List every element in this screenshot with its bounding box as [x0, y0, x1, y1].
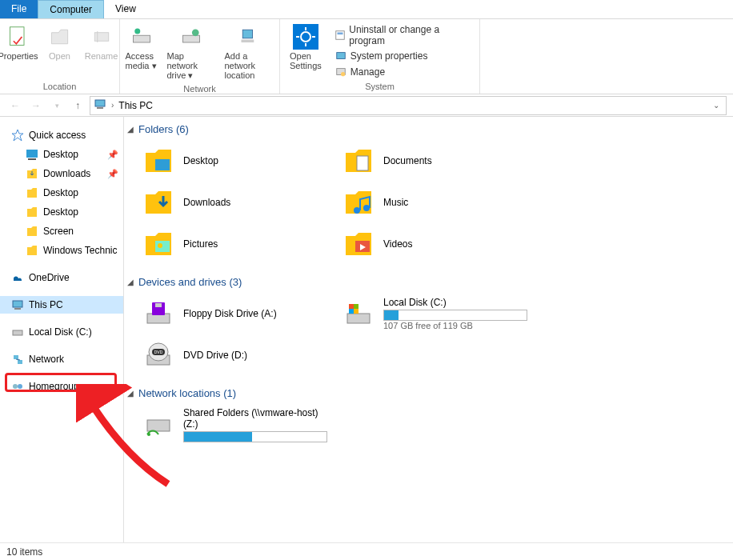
address-bar: ← → ▾ ↑ › This PC ⌄: [0, 94, 733, 117]
breadcrumb-dropdown[interactable]: ⌄: [710, 101, 723, 110]
tile-videos[interactable]: Videos: [338, 223, 539, 265]
open-settings-button[interactable]: Open Settings: [285, 21, 326, 74]
section-network-locations[interactable]: ◢ Network locations (1): [124, 384, 733, 402]
svg-point-32: [18, 384, 22, 389]
tile-label: Music: [383, 197, 408, 208]
sidebar-network[interactable]: Network: [0, 350, 123, 368]
tile-subtext: 107 GB free of 119 GB: [383, 321, 527, 330]
svg-rect-24: [28, 158, 36, 160]
sidebar-local-disk[interactable]: Local Disk (C:): [0, 323, 123, 341]
collapse-icon: ◢: [127, 125, 134, 134]
sidebar-item-desktop-pinned[interactable]: Desktop 📌: [0, 146, 123, 163]
svg-rect-34: [357, 156, 368, 170]
sidebar-item-downloads[interactable]: Downloads 📌: [0, 165, 123, 182]
svg-rect-27: [13, 330, 22, 335]
tile-label: Documents: [383, 155, 432, 166]
up-button[interactable]: ↑: [69, 97, 86, 114]
svg-rect-5: [182, 35, 199, 42]
system-links: Uninstall or change a program System pro…: [326, 21, 475, 82]
tile-label: Desktop: [183, 155, 218, 166]
settings-icon: [293, 24, 318, 50]
properties-button[interactable]: Properties: [0, 21, 39, 64]
ribbon-tabs: File Computer View: [0, 0, 733, 19]
sidebar-quick-access[interactable]: Quick access: [0, 126, 123, 144]
sidebar-item-label: Desktop: [43, 206, 78, 218]
sysprops-link[interactable]: System properties: [331, 48, 470, 64]
svg-point-31: [13, 384, 18, 389]
ribbon-group-network: Access media ▾ Map network drive ▾ Add a…: [120, 19, 280, 94]
sidebar-item-desktop[interactable]: Desktop: [0, 184, 123, 202]
disk-usage-bar: [183, 431, 327, 442]
add-network-button[interactable]: Add a network location: [220, 21, 279, 83]
tab-computer[interactable]: Computer: [38, 0, 104, 18]
ribbon: Properties Open Rename Location: [0, 19, 733, 94]
svg-rect-8: [241, 40, 254, 43]
tile-shared-folders[interactable]: Shared Folders (\\vmware-host) (Z:): [138, 404, 338, 446]
tile-desktop[interactable]: Desktop: [138, 140, 338, 182]
manage-link[interactable]: Manage: [331, 64, 470, 80]
map-drive-button[interactable]: Map network drive ▾: [162, 21, 220, 84]
forward-button[interactable]: →: [27, 97, 45, 114]
open-button: Open: [39, 21, 81, 64]
pc-icon: [11, 298, 24, 311]
svg-rect-16: [338, 33, 343, 35]
svg-rect-55: [147, 420, 170, 431]
svg-point-38: [158, 243, 162, 248]
sidebar-item-desktop-2[interactable]: Desktop: [0, 203, 123, 221]
tile-local-disk[interactable]: Local Disk (C:) 107 GB free of 119 GB: [338, 293, 539, 334]
open-label: Open: [49, 51, 70, 61]
tab-view[interactable]: View: [104, 0, 147, 18]
tile-pictures[interactable]: Pictures: [138, 223, 338, 265]
svg-rect-1: [94, 33, 109, 42]
tile-label: Videos: [383, 238, 412, 250]
tile-documents[interactable]: Documents: [338, 140, 539, 182]
folder-icon: [26, 244, 38, 257]
breadcrumb[interactable]: › This PC ⌄: [90, 96, 727, 115]
sidebar-homegroup[interactable]: Homegroup: [0, 378, 123, 395]
recent-dropdown[interactable]: ▾: [48, 97, 66, 114]
svg-rect-21: [97, 107, 103, 109]
sidebar-onedrive[interactable]: OneDrive: [0, 269, 123, 286]
svg-point-36: [363, 205, 370, 211]
content-pane: ◢ Folders (6) Desktop Documents Download…: [124, 117, 733, 542]
svg-rect-3: [133, 35, 150, 42]
status-bar: 10 items: [0, 542, 733, 560]
sidebar-this-pc[interactable]: This PC: [0, 296, 123, 314]
tile-dvd[interactable]: DVD DVD Drive (D:): [138, 334, 338, 376]
disk-usage-bar: [383, 310, 527, 321]
section-drives[interactable]: ◢ Devices and drives (3): [124, 273, 733, 291]
downloads-icon: [26, 167, 38, 180]
sidebar-item-screen[interactable]: Screen: [0, 222, 123, 240]
back-button[interactable]: ←: [6, 97, 24, 114]
uninstall-link[interactable]: Uninstall or change a program: [331, 22, 470, 48]
manage-icon: [334, 66, 347, 78]
svg-rect-33: [155, 159, 170, 170]
section-folders[interactable]: ◢ Folders (6): [124, 120, 733, 138]
pc-icon: [94, 98, 106, 113]
open-settings-label: Open Settings: [290, 51, 322, 70]
map-drive-icon: [178, 24, 204, 50]
sidebar-item-label: Screen: [43, 226, 74, 237]
group-label-system: System: [365, 82, 395, 91]
local-disk-icon: [342, 297, 375, 330]
floppy-icon: [142, 297, 175, 330]
tile-downloads[interactable]: Downloads: [138, 182, 338, 223]
tab-file[interactable]: File: [0, 0, 38, 18]
uninstall-icon: [334, 29, 346, 42]
drives-grid: Floppy Disk Drive (A:) Local Disk (C:) 1…: [124, 291, 733, 384]
tile-label: Floppy Disk Drive (A:): [183, 308, 277, 319]
tile-music[interactable]: Music: [338, 182, 539, 223]
manage-label: Manage: [350, 66, 385, 78]
svg-rect-44: [347, 314, 370, 323]
sidebar-item-label: OneDrive: [29, 272, 70, 283]
folder-icon: [26, 186, 38, 199]
tile-floppy[interactable]: Floppy Disk Drive (A:): [138, 293, 338, 334]
sidebar-item-label: Desktop: [43, 187, 78, 198]
svg-rect-17: [337, 53, 346, 59]
network-drive-icon: [142, 408, 175, 442]
folder-icon: [26, 206, 38, 218]
pin-icon: 📌: [107, 150, 118, 160]
breadcrumb-text[interactable]: This PC: [118, 100, 153, 111]
sidebar-item-wintech[interactable]: Windows Technic: [0, 242, 123, 259]
access-media-button[interactable]: Access media ▾: [121, 21, 162, 74]
